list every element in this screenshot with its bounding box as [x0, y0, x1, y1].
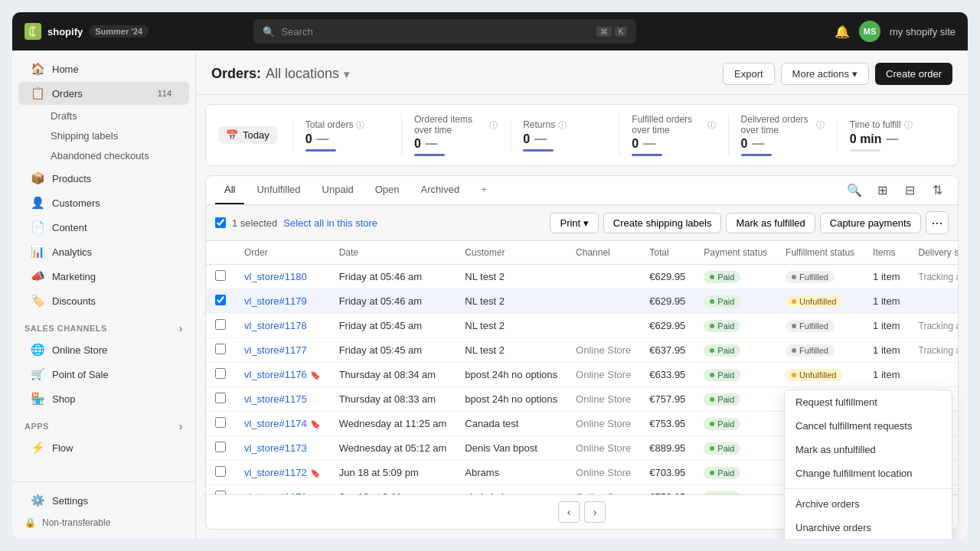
sidebar-item-home[interactable]: 🏠 Home: [18, 57, 189, 80]
selection-bar: 1 selected Select all in this store Prin…: [206, 205, 958, 241]
fulfillment-badge: Unfulfilled: [786, 295, 842, 308]
order-total: €637.95: [640, 338, 694, 363]
sidebar-item-products[interactable]: 📦 Products: [18, 167, 189, 190]
sidebar-item-settings[interactable]: ⚙️ Settings: [18, 489, 189, 512]
capture-payments-button[interactable]: Capture payments: [820, 213, 921, 233]
order-customer: NL test 2: [456, 289, 567, 314]
dropdown-change-location[interactable]: Change fulfillment location: [785, 461, 952, 485]
order-number[interactable]: vl_store#1179: [244, 295, 307, 307]
sidebar-home-label: Home: [52, 64, 79, 75]
today-label: Today: [243, 129, 270, 141]
row-checkbox[interactable]: [215, 344, 226, 354]
nav-right: 🔔 MS my shopify site: [835, 21, 956, 42]
order-number[interactable]: vl_store#1175: [244, 393, 307, 405]
more-options-button[interactable]: ···: [926, 211, 949, 234]
summer-badge: Summer '24: [89, 25, 149, 37]
sidebar-item-analytics[interactable]: 📊 Analytics: [18, 240, 189, 263]
apps-expand-icon[interactable]: ›: [179, 420, 183, 432]
sidebar-settings-label: Settings: [52, 495, 88, 507]
sidebar-item-shop[interactable]: 🏪 Shop: [18, 387, 189, 410]
sidebar-item-discounts[interactable]: 🏷️ Discounts: [18, 289, 189, 312]
row-checkbox[interactable]: [215, 466, 226, 477]
dropdown-mark-unfulfilled[interactable]: Mark as unfulfilled: [785, 438, 952, 461]
avatar: MS: [859, 21, 880, 42]
search-filter-button[interactable]: 🔍: [843, 179, 866, 202]
tag-icon: 🔖: [310, 419, 321, 429]
tab-unpaid[interactable]: Unpaid: [313, 176, 363, 204]
header-actions: Export More actions ▾ Create order: [723, 63, 952, 85]
tab-open[interactable]: Open: [366, 176, 409, 204]
row-checkbox[interactable]: [215, 417, 226, 428]
order-total: €703.95: [640, 461, 694, 485]
row-checkbox[interactable]: [215, 368, 226, 379]
row-checkbox[interactable]: [215, 295, 226, 305]
main-layout: 🏠 Home 📋 Orders 114 Drafts Shipping labe…: [12, 51, 968, 539]
order-channel: Online Store: [567, 461, 640, 485]
order-number[interactable]: vl_store#1180: [244, 271, 307, 282]
today-button[interactable]: 📅 Today: [218, 126, 277, 144]
analytics-icon: 📊: [31, 245, 44, 259]
order-number[interactable]: vl_store#1177: [244, 344, 307, 356]
sidebar-item-pos[interactable]: 🛒 Point of Sale: [18, 363, 189, 386]
info-icon: ⓘ: [489, 119, 498, 131]
columns-button[interactable]: ⊟: [898, 179, 921, 202]
search-bar[interactable]: 🔍 Search ⌘ K: [253, 19, 636, 44]
export-button[interactable]: Export: [723, 63, 775, 85]
create-shipping-labels-button[interactable]: Create shipping labels: [603, 213, 722, 233]
order-number[interactable]: vl_store#1173: [244, 442, 307, 454]
select-all-store-link[interactable]: Select all in this store: [283, 217, 377, 229]
calendar-icon: 📅: [226, 129, 238, 141]
dropdown-request-fulfillment[interactable]: Request fulfillment: [785, 390, 952, 414]
dropdown-cancel-fulfillment[interactable]: Cancel fulfillment requests: [785, 414, 952, 438]
sidebar-pos-label: Point of Sale: [52, 369, 109, 380]
bell-icon[interactable]: 🔔: [835, 24, 850, 39]
row-checkbox[interactable]: [215, 270, 226, 281]
dropdown-unarchive[interactable]: Unarchive orders: [785, 516, 952, 539]
create-order-button[interactable]: Create order: [875, 63, 952, 85]
search-placeholder: Search: [281, 26, 312, 37]
sidebar-item-marketing[interactable]: 📣 Marketing: [18, 265, 189, 288]
sidebar-item-customers[interactable]: 👤 Customers: [18, 191, 189, 214]
order-number[interactable]: vl_store#1176: [244, 369, 307, 380]
dropdown-archive[interactable]: Archive orders: [785, 492, 952, 516]
sidebar-item-content[interactable]: 📄 Content: [18, 216, 189, 239]
tab-unfulfilled[interactable]: Unfulfilled: [247, 176, 309, 204]
page-title: Orders: All locations ▾: [211, 66, 349, 82]
table-row: vl_store#1177 Friday at 05:45 am NL test…: [206, 338, 958, 363]
non-transferable[interactable]: 🔒 Non-transferable: [12, 513, 195, 533]
sidebar-item-orders[interactable]: 📋 Orders 114: [18, 82, 189, 105]
tab-all[interactable]: All: [215, 176, 244, 204]
filter-button[interactable]: ⊞: [871, 179, 893, 202]
tab-add[interactable]: +: [472, 176, 496, 204]
order-number[interactable]: vl_store#1174: [244, 418, 307, 429]
row-checkbox[interactable]: [215, 442, 226, 452]
sidebar-item-drafts[interactable]: Drafts: [18, 106, 189, 126]
order-customer: NL test 2: [456, 338, 567, 363]
sidebar-item-online-store[interactable]: 🌐 Online Store: [18, 338, 189, 361]
mark-fulfilled-button[interactable]: Mark as fulfilled: [726, 213, 815, 233]
order-number[interactable]: vl_store#1178: [244, 320, 307, 331]
next-page-button[interactable]: ›: [584, 501, 606, 523]
info-icon: ⓘ: [707, 119, 716, 131]
sort-button[interactable]: ⇅: [926, 179, 949, 202]
table-container: All Unfulfilled Unpaid Open Archived + 🔍…: [196, 175, 968, 539]
order-date: Thursday at 08:33 am: [330, 387, 456, 412]
row-checkbox[interactable]: [215, 393, 226, 403]
sidebar-item-shipping-labels[interactable]: Shipping labels: [18, 126, 189, 145]
print-button[interactable]: Print ▾: [550, 213, 598, 233]
row-checkbox[interactable]: [215, 319, 226, 330]
more-actions-button[interactable]: More actions ▾: [781, 63, 869, 85]
order-number[interactable]: vl_store#1172: [244, 467, 307, 478]
select-all-checkbox[interactable]: [215, 217, 226, 228]
prev-page-button[interactable]: ‹: [558, 501, 580, 523]
sidebar-item-abandoned-checkouts[interactable]: Abandoned checkouts: [18, 146, 189, 165]
order-delivery: Tracking added: [910, 314, 959, 338]
order-customer: NL test 2: [456, 314, 567, 338]
expand-icon[interactable]: ›: [179, 322, 183, 334]
tab-archived[interactable]: Archived: [412, 176, 469, 204]
stat-line: [741, 154, 772, 156]
shopify-logo-icon: [24, 23, 41, 40]
sidebar-item-flow[interactable]: ⚡ Flow: [18, 436, 189, 459]
search-kbd1: ⌘: [596, 27, 612, 37]
chevron-down-icon[interactable]: ▾: [344, 68, 349, 80]
